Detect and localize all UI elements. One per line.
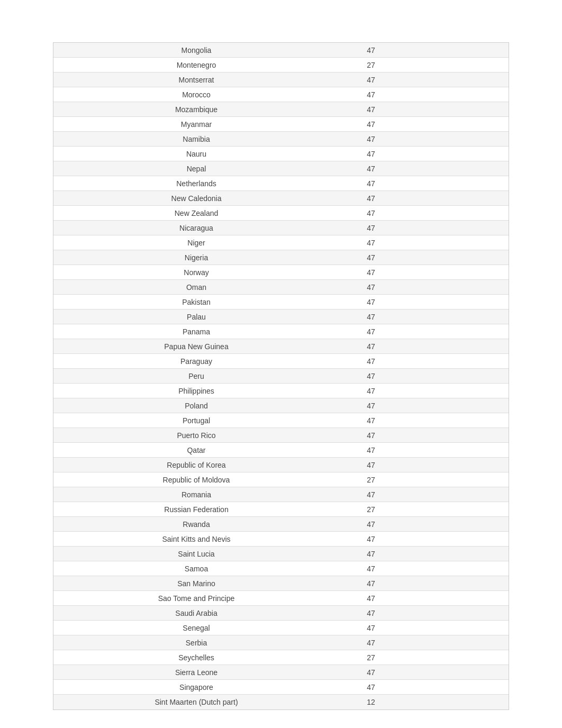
table-row: Pakistan47 — [53, 295, 509, 310]
country-cell: Nicaragua — [53, 222, 339, 234]
country-cell: Republic of Korea — [53, 459, 339, 471]
table-row: Morocco47 — [53, 87, 509, 102]
country-cell: Sint Maarten (Dutch part) — [53, 696, 339, 708]
value-cell: 47 — [339, 177, 403, 190]
value-cell: 47 — [339, 118, 403, 131]
value-cell: 47 — [339, 592, 403, 605]
country-cell: Senegal — [53, 622, 339, 634]
table-row: Senegal47 — [53, 621, 509, 635]
country-cell: Philippines — [53, 385, 339, 397]
table-row: New Zealand47 — [53, 206, 509, 221]
value-cell: 47 — [339, 266, 403, 279]
value-cell: 47 — [339, 488, 403, 501]
country-cell: Paraguay — [53, 355, 339, 368]
value-cell: 47 — [339, 251, 403, 264]
table-row: Seychelles27 — [53, 650, 509, 665]
country-cell: Serbia — [53, 636, 339, 649]
country-cell: Peru — [53, 370, 339, 383]
country-cell: Qatar — [53, 444, 339, 457]
table-row: Namibia47 — [53, 132, 509, 147]
table-row: Mongolia47 — [53, 43, 509, 58]
table-row: San Marino47 — [53, 576, 509, 591]
country-cell: Panama — [53, 325, 339, 338]
table-row: Paraguay47 — [53, 354, 509, 369]
country-cell: Nepal — [53, 162, 339, 175]
table-row: Rwanda47 — [53, 517, 509, 532]
value-cell: 47 — [339, 533, 403, 545]
value-cell: 47 — [339, 296, 403, 308]
table-row: Russian Federation27 — [53, 502, 509, 517]
country-cell: Republic of Moldova — [53, 474, 339, 486]
table-row: Montenegro27 — [53, 58, 509, 72]
data-table: Mongolia47Montenegro27Montserrat47Morocc… — [53, 42, 509, 710]
country-cell: Mongolia — [53, 44, 339, 57]
country-cell: Pakistan — [53, 296, 339, 308]
value-cell: 47 — [339, 236, 403, 249]
table-row: Sint Maarten (Dutch part)12 — [53, 695, 509, 709]
value-cell: 47 — [339, 311, 403, 323]
value-cell: 47 — [339, 548, 403, 560]
table-row: Nicaragua47 — [53, 221, 509, 235]
table-row: New Caledonia47 — [53, 191, 509, 206]
table-row: Montserrat47 — [53, 72, 509, 87]
table-row: Sao Tome and Principe47 — [53, 591, 509, 606]
value-cell: 47 — [339, 44, 403, 57]
country-cell: Papua New Guinea — [53, 340, 339, 353]
table-row: Niger47 — [53, 235, 509, 250]
table-row: Nepal47 — [53, 161, 509, 176]
country-cell: Sierra Leone — [53, 666, 339, 679]
table-row: Republic of Korea47 — [53, 458, 509, 472]
country-cell: Portugal — [53, 414, 339, 427]
country-cell: Romania — [53, 488, 339, 501]
value-cell: 47 — [339, 103, 403, 116]
value-cell: 47 — [339, 459, 403, 471]
country-cell: Saint Kitts and Nevis — [53, 533, 339, 545]
country-cell: New Caledonia — [53, 192, 339, 205]
value-cell: 47 — [339, 133, 403, 145]
table-row: Philippines47 — [53, 384, 509, 398]
value-cell: 47 — [339, 281, 403, 294]
country-cell: Niger — [53, 236, 339, 249]
country-cell: Nauru — [53, 148, 339, 160]
table-row: Saint Kitts and Nevis47 — [53, 532, 509, 547]
table-row: Palau47 — [53, 310, 509, 324]
country-cell: Oman — [53, 281, 339, 294]
value-cell: 47 — [339, 681, 403, 694]
value-cell: 47 — [339, 222, 403, 234]
value-cell: 47 — [339, 88, 403, 101]
country-cell: Nigeria — [53, 251, 339, 264]
value-cell: 47 — [339, 429, 403, 442]
table-row: Saudi Arabia47 — [53, 606, 509, 621]
value-cell: 47 — [339, 518, 403, 531]
table-row: Netherlands47 — [53, 176, 509, 191]
value-cell: 47 — [339, 607, 403, 620]
table-row: Singapore47 — [53, 680, 509, 695]
value-cell: 47 — [339, 399, 403, 412]
value-cell: 47 — [339, 385, 403, 397]
country-cell: Palau — [53, 311, 339, 323]
table-row: Qatar47 — [53, 443, 509, 458]
country-cell: Puerto Rico — [53, 429, 339, 442]
value-cell: 47 — [339, 355, 403, 368]
country-cell: Singapore — [53, 681, 339, 694]
country-cell: Samoa — [53, 562, 339, 575]
page-container: Mongolia47Montenegro27Montserrat47Morocc… — [0, 0, 562, 728]
country-cell: Montserrat — [53, 74, 339, 86]
country-cell: Mozambique — [53, 103, 339, 116]
table-row: Nauru47 — [53, 147, 509, 161]
value-cell: 47 — [339, 370, 403, 383]
table-row: Poland47 — [53, 398, 509, 413]
country-cell: Rwanda — [53, 518, 339, 531]
country-cell: Norway — [53, 266, 339, 279]
country-cell: Saudi Arabia — [53, 607, 339, 620]
value-cell: 47 — [339, 148, 403, 160]
country-cell: Montenegro — [53, 59, 339, 71]
value-cell: 47 — [339, 636, 403, 649]
table-row: Peru47 — [53, 369, 509, 384]
country-cell: New Zealand — [53, 207, 339, 220]
value-cell: 27 — [339, 59, 403, 71]
table-row: Romania47 — [53, 487, 509, 502]
value-cell: 47 — [339, 666, 403, 679]
country-cell: Sao Tome and Principe — [53, 592, 339, 605]
table-row: Republic of Moldova27 — [53, 472, 509, 487]
